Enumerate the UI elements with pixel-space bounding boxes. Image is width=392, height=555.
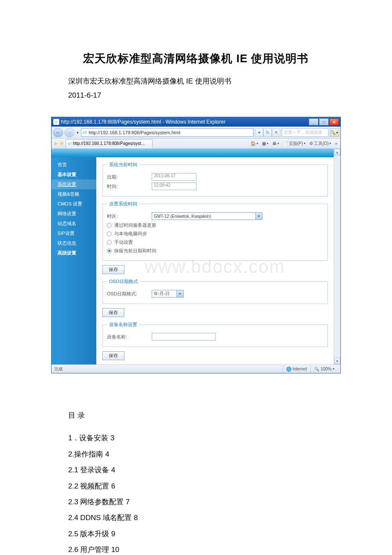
address-text: http://192.168.1.178:808/Pages/system.ht… bbox=[89, 130, 180, 135]
radio-icon bbox=[107, 240, 112, 245]
scroll-down-icon[interactable]: ▾ bbox=[334, 358, 340, 364]
osd-format-value: 年-月-日 bbox=[154, 291, 170, 297]
osd-format-legend: OSD日期格式 bbox=[107, 278, 140, 285]
ie-logo-icon: e bbox=[53, 119, 59, 125]
save-devname-button[interactable]: 保存 bbox=[102, 351, 124, 360]
toc-item: 2.2 视频配置 6 bbox=[68, 478, 324, 494]
sidebar-item-2[interactable]: 系统设置 bbox=[52, 179, 96, 189]
sidebar-item-8[interactable]: 状态信息 bbox=[52, 238, 96, 248]
address-bar[interactable]: 🏷 http://192.168.1.178:808/Pages/system.… bbox=[81, 128, 254, 137]
device-name-label: 设备名称: bbox=[107, 334, 147, 340]
forward-button[interactable]: → bbox=[64, 128, 75, 137]
radio-icon bbox=[107, 231, 112, 236]
toc-item: 2.5 版本升级 9 bbox=[68, 526, 324, 542]
window-close-button[interactable]: ✕ bbox=[329, 119, 339, 125]
page-menu[interactable]: 📄页面(P)▾ bbox=[282, 140, 307, 147]
tab-label: http://192.168.1.178:808/Pages/syst... bbox=[73, 141, 144, 146]
date-display: 2011-06-17 bbox=[152, 173, 196, 181]
set-time-fieldset: 设置系统时间 时区: GMT-12 (Eniwetok, Kwajalein) … bbox=[102, 201, 328, 261]
favorites-star-icon[interactable]: ★ bbox=[53, 141, 58, 147]
toc-item: 1．设备安装 3 bbox=[68, 430, 324, 446]
ie-tab-toolbar: ★ ✚ 🏷 http://192.168.1.178:808/Pages/sys… bbox=[52, 139, 340, 149]
status-zoom[interactable]: 🔍 100% ▾ bbox=[310, 365, 338, 373]
print-tool-icon[interactable]: 🖶▾ bbox=[271, 140, 280, 147]
save-time-button[interactable]: 保存 bbox=[102, 265, 124, 274]
ie-nav-toolbar: ← → ▾ 🏷 http://192.168.1.178:808/Pages/s… bbox=[52, 127, 340, 139]
time-label: 时间: bbox=[107, 183, 147, 190]
sidebar-item-3[interactable]: 视频&音频 bbox=[52, 189, 96, 199]
option-ntp[interactable]: 通过时间服务器更新 bbox=[107, 222, 323, 228]
browser-tab[interactable]: 🏷 http://192.168.1.178:808/Pages/syst... bbox=[66, 139, 153, 148]
chevron-down-icon: ▾ bbox=[176, 290, 183, 297]
device-name-input[interactable] bbox=[152, 333, 216, 341]
sidebar-item-6[interactable]: 动态域名 bbox=[52, 219, 96, 228]
option-manual[interactable]: 手动设置 bbox=[107, 239, 323, 246]
stop-button[interactable]: ✕ bbox=[272, 128, 280, 137]
table-of-contents: 目 录 1．设备安装 32.操作指南 42.1 登录设备 42.2 视频配置 6… bbox=[68, 408, 324, 555]
set-time-legend: 设置系统时间 bbox=[107, 201, 139, 207]
ie-window-screenshot: e http://192.168.1.178:808/Pages/system.… bbox=[51, 117, 341, 373]
window-maximize-button[interactable]: □ bbox=[319, 119, 329, 125]
osd-format-select[interactable]: 年-月-日 ▾ bbox=[152, 290, 184, 298]
search-button[interactable]: 🔍▾ bbox=[330, 128, 339, 137]
timezone-select[interactable]: GMT-12 (Eniwetok, Kwajalein) ▾ bbox=[152, 212, 262, 220]
add-favorites-icon[interactable]: ✚ bbox=[60, 141, 64, 147]
radio-checked-icon bbox=[107, 249, 112, 253]
home-tool-icon[interactable]: 🏠▾ bbox=[249, 140, 259, 147]
back-button[interactable]: ← bbox=[53, 128, 63, 137]
window-minimize-button[interactable]: _ bbox=[309, 119, 318, 125]
status-zone-text: Internet bbox=[293, 367, 307, 371]
save-osd-button[interactable]: 保存 bbox=[102, 308, 124, 317]
zoom-icon: 🔍 bbox=[314, 367, 319, 371]
option-local-sync[interactable]: 与本地电脑同步 bbox=[107, 231, 323, 237]
sidebar-item-9[interactable]: 高级设置 bbox=[52, 248, 96, 258]
toc-item: 2.操作指南 4 bbox=[68, 446, 324, 462]
current-time-legend: 系统当前时间 bbox=[107, 162, 139, 168]
page-header-band bbox=[52, 149, 334, 157]
chevron-down-icon: ▾ bbox=[333, 367, 334, 371]
status-done-text: 完成 bbox=[54, 366, 63, 372]
date-label: 日期: bbox=[107, 174, 147, 180]
page-icon: 🏷 bbox=[83, 130, 87, 135]
toc-item: 2.4 DDNS 域名配置 8 bbox=[68, 510, 324, 526]
document-date: 2011-6-17 bbox=[68, 91, 324, 100]
ie-status-bar: 完成 Internet 🔍 100% ▾ bbox=[52, 364, 340, 373]
option-local-label: 与本地电脑同步 bbox=[114, 231, 147, 237]
timezone-value: GMT-12 (Eniwetok, Kwajalein) bbox=[154, 214, 211, 219]
tab-page-icon: 🏷 bbox=[68, 142, 72, 146]
page-content-area: 首页基本设置系统设置视频&音频CMOS 设置网络设置动态域名SIP设置状态信息高… bbox=[52, 149, 340, 364]
search-placeholder: 百度一下，你就知道 bbox=[284, 130, 322, 136]
document-title: 宏天欣标准型高清网络摄像机 IE 使用说明书 bbox=[26, 51, 366, 66]
tools-menu[interactable]: ⚙工具(O)▾ bbox=[308, 140, 332, 147]
document-subtitle: 深圳市宏天欣标准型高清网络摄像机 IE 使用说明书 bbox=[68, 76, 324, 86]
sidebar-item-7[interactable]: SIP设置 bbox=[52, 228, 96, 238]
status-zoom-text: 100% bbox=[320, 367, 331, 371]
refresh-button[interactable]: ↻ bbox=[263, 128, 272, 137]
option-keep[interactable]: 保留当前日期和时间 bbox=[107, 248, 323, 254]
sidebar-item-5[interactable]: 网络设置 bbox=[52, 209, 96, 219]
globe-icon bbox=[286, 367, 291, 372]
timezone-label: 时区: bbox=[107, 213, 147, 220]
go-dropdown-button[interactable]: ▾ bbox=[255, 128, 263, 137]
window-title-text: http://192.168.1.178:808/Pages/system.ht… bbox=[61, 119, 309, 125]
option-manual-label: 手动设置 bbox=[114, 239, 133, 246]
toc-item: 2.6 用户管理 10 bbox=[68, 542, 324, 555]
toolbar-overflow-icon[interactable]: » bbox=[334, 140, 339, 147]
sidebar-item-4[interactable]: CMOS 设置 bbox=[52, 199, 96, 209]
osd-format-label: OSD日期格式: bbox=[107, 291, 147, 297]
device-name-fieldset: 设备名称设置 设备名称: bbox=[102, 321, 328, 347]
search-input[interactable]: 百度一下，你就知道 bbox=[282, 128, 329, 137]
time-display: 12:09:42 bbox=[152, 182, 196, 190]
device-name-legend: 设备名称设置 bbox=[107, 321, 139, 328]
chevron-down-icon: ▾ bbox=[255, 213, 262, 220]
scroll-up-icon[interactable]: ▴ bbox=[334, 149, 340, 156]
sidebar-item-1[interactable]: 基本设置 bbox=[52, 170, 96, 179]
nav-history-dropdown[interactable]: ▾ bbox=[76, 130, 80, 135]
feeds-tool-icon[interactable]: ▦▾ bbox=[261, 140, 270, 147]
toc-item: 2.1 登录设备 4 bbox=[68, 462, 324, 478]
osd-format-fieldset: OSD日期格式 OSD日期格式: 年-月-日 ▾ bbox=[102, 278, 328, 304]
vertical-scrollbar[interactable]: ▴ ▾ bbox=[334, 149, 340, 364]
sidebar-item-0[interactable]: 首页 bbox=[52, 160, 96, 170]
current-time-fieldset: 系统当前时间 日期: 2011-06-17 时间: 12:09:42 bbox=[102, 162, 328, 197]
status-zone: Internet bbox=[282, 365, 311, 373]
